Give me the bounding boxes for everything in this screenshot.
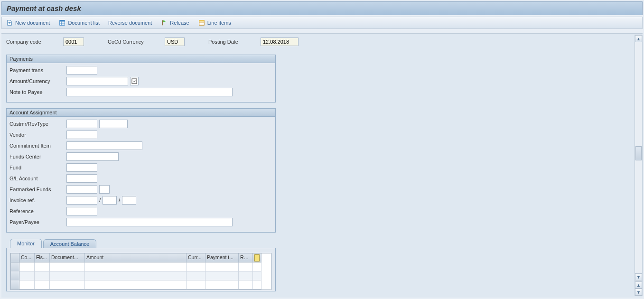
company-code-field[interactable]	[63, 37, 84, 46]
grid-header: Co... Fis... Document... Amount Curr... …	[11, 253, 271, 262]
fund-field[interactable]	[66, 163, 97, 172]
col-fis[interactable]: Fis...	[35, 253, 50, 262]
funds-center-label: Funds Center	[9, 154, 66, 159]
new-document-icon	[6, 19, 13, 27]
invoice-ref-sep-2: /	[119, 197, 120, 203]
payment-trans-field[interactable]	[66, 66, 97, 75]
invoice-ref-sep-1: /	[99, 197, 101, 203]
col-co[interactable]: Co...	[19, 253, 35, 262]
svg-rect-7	[199, 20, 204, 22]
line-items-label: Line items	[207, 20, 231, 26]
svg-rect-5	[162, 20, 163, 26]
release-flag-icon	[160, 19, 168, 27]
tabstrip: Monitor Account Balance	[10, 239, 638, 248]
col-payment-t[interactable]: Payment t...	[205, 253, 239, 262]
payer-payee-field[interactable]	[66, 218, 233, 226]
invoice-ref-label: Invoice ref.	[9, 197, 66, 203]
payments-panel: Payments Payment trans. Amount/Currency …	[6, 55, 276, 103]
monitor-grid: Co... Fis... Document... Amount Curr... …	[10, 253, 271, 290]
posting-date-label: Posting Date	[208, 39, 256, 45]
funds-center-field[interactable]	[66, 152, 119, 161]
scroll-track[interactable]	[635, 42, 642, 273]
scroll-up-button[interactable]: ▲	[635, 35, 642, 42]
note-to-payee-field[interactable]	[66, 88, 233, 96]
gl-account-field[interactable]	[66, 174, 97, 183]
reverse-document-button[interactable]: Reverse document	[108, 20, 152, 26]
vendor-label: Vendor	[9, 132, 66, 138]
col-reve[interactable]: Reve	[239, 253, 253, 262]
line-items-button[interactable]: Line items	[198, 19, 231, 27]
table-row[interactable]	[11, 271, 271, 280]
application-toolbar: New document Document list Reverse docum…	[1, 17, 643, 29]
table-row[interactable]	[11, 262, 271, 271]
scroll-down-button[interactable]: ▼	[635, 273, 642, 280]
invoice-ref-field-3[interactable]	[122, 196, 136, 205]
company-code-label: Company code	[6, 39, 58, 45]
table-row[interactable]	[11, 280, 271, 290]
grid-corner[interactable]	[11, 253, 19, 262]
grid-config-button[interactable]	[253, 253, 261, 262]
commitment-item-label: Commitment Item	[9, 143, 66, 149]
scroll-page-down-button[interactable]: ▼	[635, 289, 642, 296]
account-assignment-title: Account Assignment	[7, 109, 275, 117]
window-title: Payment at cash desk	[1, 1, 643, 15]
vertical-scrollbar[interactable]: ▲ ▼ ▲ ▼	[635, 35, 643, 296]
cocd-currency-label: CoCd Currency	[108, 39, 160, 45]
new-document-button[interactable]: New document	[6, 19, 50, 27]
reference-field[interactable]	[66, 207, 97, 215]
page-title: Payment at cash desk	[7, 4, 81, 12]
custmr-revtype-label: Custmr/RevType	[9, 121, 66, 127]
tab-account-balance[interactable]: Account Balance	[43, 239, 97, 248]
grid-config-icon	[254, 254, 260, 262]
posting-date-field[interactable]	[261, 37, 299, 46]
invoice-ref-field-1[interactable]	[66, 196, 97, 205]
col-document[interactable]: Document...	[50, 253, 85, 262]
payment-trans-label: Payment trans.	[9, 67, 66, 73]
release-button[interactable]: Release	[160, 19, 189, 27]
fund-label: Fund	[9, 165, 66, 170]
custmr-field[interactable]	[66, 120, 97, 128]
cocd-currency-field[interactable]	[165, 37, 185, 46]
earmarked-funds-field[interactable]	[66, 185, 97, 194]
gl-account-label: G/L Account	[9, 176, 66, 181]
scroll-page-up-button[interactable]: ▲	[635, 281, 642, 289]
invoice-ref-field-2[interactable]	[103, 196, 117, 205]
commitment-item-field[interactable]	[66, 141, 142, 150]
document-list-label: Document list	[68, 20, 100, 26]
scroll-grip[interactable]	[635, 146, 642, 160]
content-area: Company code CoCd Currency Posting Date …	[1, 33, 643, 298]
payments-title: Payments	[7, 55, 275, 63]
amount-currency-label: Amount/Currency	[9, 78, 66, 84]
document-list-icon	[58, 19, 66, 27]
earmarked-funds-sub-field[interactable]	[99, 185, 110, 194]
release-label: Release	[170, 20, 189, 26]
col-amount[interactable]: Amount	[85, 253, 187, 262]
col-curr[interactable]: Curr...	[187, 253, 205, 262]
new-document-label: New document	[15, 20, 50, 26]
account-assignment-panel: Account Assignment Custmr/RevType Vendor…	[6, 108, 276, 233]
vendor-field[interactable]	[66, 131, 97, 139]
reverse-document-label: Reverse document	[108, 20, 152, 26]
tab-monitor[interactable]: Monitor	[10, 239, 42, 248]
payer-payee-label: Payer/Payee	[9, 219, 66, 225]
header-row: Company code CoCd Currency Posting Date	[6, 37, 638, 46]
monitor-tab-content: Co... Fis... Document... Amount Curr... …	[6, 248, 276, 291]
reference-label: Reference	[9, 208, 66, 214]
amount-field[interactable]	[66, 77, 128, 85]
line-items-icon	[198, 19, 205, 27]
svg-rect-1	[60, 20, 65, 22]
document-list-button[interactable]: Document list	[58, 19, 100, 27]
revtype-field[interactable]	[99, 120, 128, 128]
note-to-payee-label: Note to Payee	[9, 89, 66, 95]
earmarked-funds-label: Earmarked Funds	[9, 187, 66, 192]
currency-toggle-icon[interactable]	[130, 77, 139, 85]
